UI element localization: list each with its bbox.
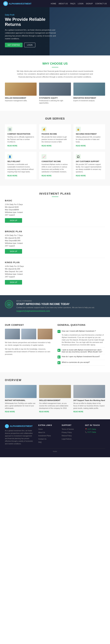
hero-title: We Provide Reliable Returns <box>5 17 65 27</box>
overview-image-1 <box>39 385 71 398</box>
faq-question-0[interactable]: ▼ How can I invest with Alpham Investmen… <box>58 330 105 333</box>
company-faq-section: OUR COMPANY We foster diverse perspectiv… <box>0 317 110 372</box>
footer-support-0[interactable]: Terms of Service <box>62 428 74 430</box>
footer-logo-icon <box>5 424 9 428</box>
faq-question-1[interactable]: ▶ I wish to invest with Alpham Investmen… <box>58 349 105 353</box>
nav-contact[interactable]: CONTACT US <box>95 2 107 4</box>
plan-signup-0[interactable]: SIGN UP <box>5 218 22 223</box>
footer-support-1[interactable]: Privacy Policy <box>62 432 72 433</box>
overview-item-2: 24/7 Support Team Are Working Hard We ar… <box>74 385 105 413</box>
service-item-2: 🔒 SECURED INVESTMENT Utilizing advanced … <box>74 124 105 149</box>
services-title: OUR SERVIES <box>5 117 105 120</box>
why-desc-1: Professional in selecting the right oppo… <box>39 100 71 104</box>
overview-readmore-2[interactable]: READ MORE <box>74 411 83 412</box>
nav-faq[interactable]: FAQ'S <box>70 2 75 4</box>
plan-support-2: 24/7 support <box>5 276 105 278</box>
service-item-4: 📈 CONSISTENT INCOME Investment Alpham wo… <box>39 152 71 179</box>
footer-support-2[interactable]: Refund Policy <box>62 435 72 437</box>
footer-copyright: footer <box>53 450 57 452</box>
why-image-0 <box>5 82 36 96</box>
cta-title: START IMPROVING YOUR INCOME TODAY <box>16 303 95 306</box>
faq-question-3[interactable]: ▶ Which e-currencies do you accept? <box>58 361 105 364</box>
service-desc-5: We provide 24/7 customer support facilit… <box>76 163 103 173</box>
service-readmore-3[interactable]: READ MORE <box>7 175 17 176</box>
faq-item-2: ▶ How do I open my Alpham Investment Acc… <box>58 354 105 360</box>
faq-icon-3: ▶ <box>58 361 60 364</box>
overview-item-1: SKILLED MANAGEMENT Our skilled managemen… <box>39 385 71 413</box>
footer-address: 📍 V.I.P. Camp. <box>85 428 105 431</box>
footer-link-1[interactable]: About Us <box>38 432 45 433</box>
nav-signup[interactable]: SIGNUP <box>86 2 93 4</box>
services-section: OUR SERVIES 🏢 COMPANY REGISTRATION TechK… <box>0 111 110 186</box>
nav-links: HOME ABOUT US FAQ'S LOGIN SIGNUP CONTACT… <box>51 2 107 4</box>
overview-readmore-1[interactable]: READ MORE <box>39 411 49 412</box>
nav-about[interactable]: ABOUT US <box>59 2 68 4</box>
faq-answer-0: To make a investment you must first beco… <box>62 334 105 346</box>
faq-icon-2: ▶ <box>58 356 60 358</box>
footer-support-list: Terms of Service Privacy Policy Refund P… <box>62 428 82 440</box>
service-desc-1: We provide the best solution to get pass… <box>42 136 68 143</box>
faq-question-2[interactable]: ▶ How do I open my Alpham Investment Acc… <box>58 356 105 358</box>
overview-desc-0: Withdrawals from TechKip.com earlier can… <box>5 402 36 410</box>
plan-max-1: Max Deposit$9,999 <box>5 240 105 242</box>
company-images <box>5 329 53 339</box>
overview-title: OVERVIEW <box>5 379 105 382</box>
plan-signup-2[interactable]: SIGN UP <box>5 280 22 284</box>
footer-bottom: footer <box>5 448 105 452</box>
footer-brand: ALPHAMINVESTMENT As a global investment … <box>5 424 35 445</box>
service-icon-5: 🎧 <box>76 154 81 159</box>
hero-content: Daily Profit We Provide Reliable Returns… <box>5 14 65 47</box>
overview-section: OVERVIEW INSTANT WITHDRAWAL Withdrawals … <box>0 372 110 419</box>
service-item-1: 💰 PASSIVE INCOME We provide the best sol… <box>39 124 71 149</box>
service-readmore-5[interactable]: READ MORE <box>76 175 86 176</box>
service-title-4: CONSISTENT INCOME <box>42 160 68 162</box>
plan-min-0: Min deposit $100 <box>5 206 105 208</box>
why-desc-0: Impressive management skills. <box>5 100 36 102</box>
why-item-2: INNOVATIVE INVESTMENT Expert of investme… <box>74 82 105 104</box>
plan-withdraw-2: Withdraw type: Instant <box>5 273 105 275</box>
why-title: WHY CHOOSE US <box>5 62 105 66</box>
service-readmore-2[interactable]: READ MORE <box>76 145 86 147</box>
service-icon-0: 🏢 <box>7 127 12 132</box>
nav-login[interactable]: LOGIN <box>78 2 83 4</box>
service-readmore-0[interactable]: READ MORE <box>7 145 17 147</box>
company-col: OUR COMPANY We foster diverse perspectiv… <box>5 324 53 366</box>
plan-min-2: Min deposit $1,000 <box>5 268 105 270</box>
service-title-0: COMPANY REGISTRATION <box>7 133 34 135</box>
service-icon-3: 👤 <box>7 154 12 159</box>
service-readmore-1[interactable]: READ MORE <box>42 145 52 147</box>
plans-divider <box>52 196 58 197</box>
why-label-0: SKILLED MANAGEMENT <box>5 97 36 99</box>
plan-divider-1 <box>5 258 105 258</box>
overview-readmore-0[interactable]: READ MORE <box>5 411 15 412</box>
plans-section: INVESTMENT PLANS BASIC 2.5% Daily For 5 … <box>0 186 110 295</box>
overview-image-2 <box>74 385 105 398</box>
footer-link-2[interactable]: Investment Plans <box>38 435 51 437</box>
service-title-2: SECURED INVESTMENT <box>76 133 103 135</box>
footer-link-0[interactable]: Home <box>38 428 43 430</box>
cta-desc: Contact our customer support team if you… <box>16 306 95 308</box>
faq-icon-0: ▼ <box>58 330 60 333</box>
cta-email[interactable]: support@alphaminvestment.com <box>16 310 95 312</box>
plan-rate-0: 2.5% Daily For 5 Days <box>5 204 105 206</box>
company-desc-1: We have the ability to tap into the know… <box>5 348 53 356</box>
service-readmore-4[interactable]: READ MORE <box>42 175 52 176</box>
footer-contact-info: 📍 V.I.P. Camp. 📞 V.I.P. Camp. <box>85 428 105 434</box>
services-grid: 🏢 COMPANY REGISTRATION TechKip.com is of… <box>5 124 105 179</box>
footer: ALPHAMINVESTMENT As a global investment … <box>0 419 110 457</box>
plan-item-0: BASIC 2.5% Daily For 5 Days Min deposit … <box>5 199 105 223</box>
footer-top: ALPHAMINVESTMENT As a global investment … <box>5 424 105 445</box>
footer-support-title: SUPPORT <box>62 424 82 426</box>
nav-home[interactable]: HOME <box>51 2 56 4</box>
plan-name-2: KINGS PLAN <box>5 261 105 264</box>
footer-link-4[interactable]: FAQ <box>38 442 42 443</box>
footer-links-list: Home About Us Investment Plans Contact U… <box>38 428 58 443</box>
overview-desc-2: We are at effort to display ideas to the… <box>74 402 105 410</box>
plan-signup-1[interactable]: SIGN UP <box>5 249 22 254</box>
company-image-0 <box>5 329 20 339</box>
get-started-button[interactable]: GET STARTED <box>5 43 22 47</box>
footer-link-3[interactable]: Contact Us <box>38 438 46 440</box>
login-button[interactable]: LOGIN <box>24 43 35 47</box>
service-item-0: 🏢 COMPANY REGISTRATION TechKip.com is of… <box>5 124 36 149</box>
footer-support-3[interactable]: Legal Notices <box>62 438 72 440</box>
